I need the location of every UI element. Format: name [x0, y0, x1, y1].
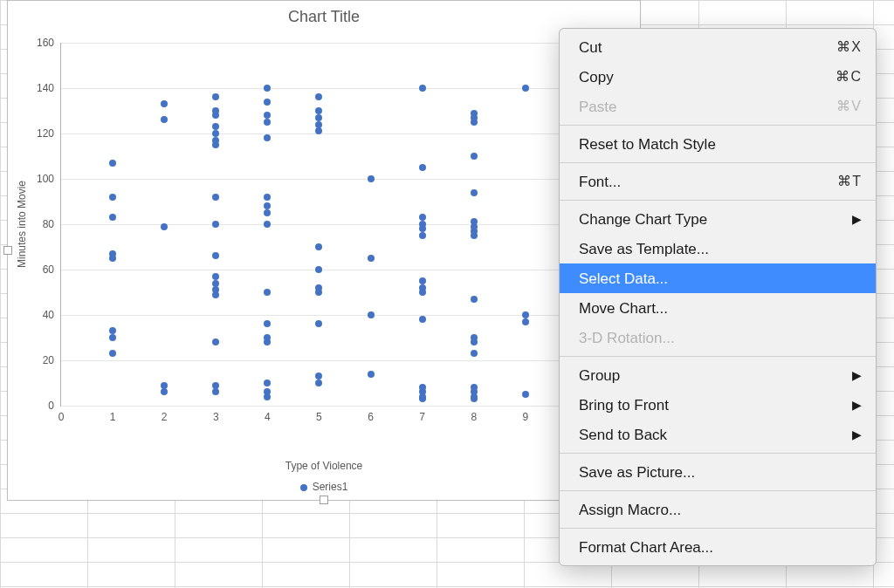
chart-title[interactable]: Chart Title	[8, 1, 640, 26]
chart-area[interactable]: Chart Title 0204060801001201401600123456…	[7, 0, 641, 501]
plot-area[interactable]: 02040608010012014016001234567891011	[60, 43, 628, 406]
data-point[interactable]	[471, 110, 478, 117]
menu-item-font[interactable]: Font...⌘T	[560, 167, 876, 196]
data-point[interactable]	[315, 373, 322, 379]
data-point[interactable]	[264, 221, 271, 228]
menu-item-save-as-picture[interactable]: Save as Picture...	[560, 457, 876, 487]
data-point[interactable]	[368, 175, 375, 182]
menu-item-label: Save as Template...	[579, 242, 709, 256]
data-point[interactable]	[368, 371, 375, 378]
data-point[interactable]	[109, 250, 116, 257]
data-point[interactable]	[368, 255, 375, 262]
data-point[interactable]	[315, 320, 322, 327]
menu-item-save-as-template[interactable]: Save as Template...	[560, 234, 876, 263]
data-point[interactable]	[109, 214, 116, 221]
menu-item-assign-macro[interactable]: Assign Macro...	[560, 495, 876, 524]
x-tick-label: 0	[58, 406, 65, 423]
menu-item-label: Move Chart...	[579, 301, 668, 316]
data-point[interactable]	[212, 388, 219, 395]
menu-item-copy[interactable]: Copy⌘C	[560, 62, 876, 92]
data-point[interactable]	[212, 252, 219, 259]
data-point[interactable]	[264, 209, 271, 216]
data-point[interactable]	[419, 316, 426, 323]
data-point[interactable]	[264, 194, 271, 201]
data-point[interactable]	[368, 311, 375, 318]
menu-item-format-chart-area[interactable]: Format Chart Area...	[560, 532, 876, 562]
submenu-arrow-icon: ▶	[852, 428, 862, 441]
data-point[interactable]	[161, 116, 168, 123]
menu-item-move-chart[interactable]: Move Chart...	[560, 293, 876, 323]
data-point[interactable]	[212, 194, 219, 201]
data-point[interactable]	[109, 160, 116, 167]
data-point[interactable]	[109, 194, 116, 201]
data-point[interactable]	[419, 85, 426, 92]
data-point[interactable]	[471, 384, 478, 391]
menu-item-label: Assign Macro...	[579, 503, 681, 517]
menu-item-reset-to-match-style[interactable]: Reset to Match Style	[560, 129, 876, 159]
data-point[interactable]	[264, 85, 271, 92]
data-point[interactable]	[522, 318, 529, 325]
data-point[interactable]	[264, 202, 271, 209]
data-point[interactable]	[212, 221, 219, 228]
data-point[interactable]	[522, 391, 529, 398]
data-point[interactable]	[109, 334, 116, 341]
x-axis-label[interactable]: Type of Violence	[8, 460, 640, 472]
data-point[interactable]	[315, 93, 322, 100]
data-point[interactable]	[315, 379, 322, 386]
data-point[interactable]	[212, 382, 219, 389]
data-point[interactable]	[522, 85, 529, 92]
menu-item-paste: Paste⌘V	[560, 92, 876, 121]
menu-item-change-chart-type[interactable]: Change Chart Type▶	[560, 204, 876, 234]
data-point[interactable]	[419, 277, 426, 284]
data-point[interactable]	[264, 99, 271, 106]
menu-item-label: 3-D Rotation...	[579, 331, 675, 345]
menu-item-group[interactable]: Group▶	[560, 360, 876, 390]
data-point[interactable]	[419, 214, 426, 221]
data-point[interactable]	[264, 320, 271, 327]
data-point[interactable]	[264, 379, 271, 386]
data-point[interactable]	[471, 296, 478, 303]
menu-item-select-data[interactable]: Select Data...	[560, 263, 876, 293]
data-point[interactable]	[212, 130, 219, 137]
data-point[interactable]	[315, 243, 322, 250]
data-point[interactable]	[471, 350, 478, 357]
data-point[interactable]	[419, 164, 426, 171]
data-point[interactable]	[419, 232, 426, 239]
data-point[interactable]	[212, 123, 219, 130]
menu-item-bring-to-front[interactable]: Bring to Front▶	[560, 390, 876, 420]
data-point[interactable]	[315, 114, 322, 121]
data-point[interactable]	[161, 223, 168, 230]
menu-separator	[560, 125, 876, 126]
menu-item-cut[interactable]: Cut⌘X	[560, 32, 876, 62]
data-point[interactable]	[264, 289, 271, 296]
data-point[interactable]	[419, 384, 426, 391]
data-point[interactable]	[161, 382, 168, 389]
menu-item-label: Copy	[579, 70, 614, 85]
data-point[interactable]	[264, 112, 271, 119]
data-point[interactable]	[264, 119, 271, 126]
data-point[interactable]	[212, 338, 219, 345]
data-point[interactable]	[212, 93, 219, 100]
data-point[interactable]	[212, 273, 219, 280]
data-point[interactable]	[471, 189, 478, 196]
data-point[interactable]	[471, 153, 478, 160]
data-point[interactable]	[212, 280, 219, 287]
data-point[interactable]	[264, 134, 271, 141]
menu-separator	[560, 200, 876, 201]
data-point[interactable]	[109, 327, 116, 334]
data-point[interactable]	[315, 121, 322, 128]
menu-item-send-to-back[interactable]: Send to Back▶	[560, 420, 876, 449]
menu-item-label: Format Chart Area...	[579, 540, 713, 555]
data-point[interactable]	[315, 266, 322, 273]
data-point[interactable]	[419, 221, 426, 228]
data-point[interactable]	[161, 100, 168, 107]
data-point[interactable]	[419, 284, 426, 291]
y-axis-label[interactable]: Minutes into Movie	[16, 181, 28, 268]
data-point[interactable]	[471, 334, 478, 341]
data-point[interactable]	[161, 388, 168, 395]
data-point[interactable]	[522, 311, 529, 318]
data-point[interactable]	[315, 107, 322, 114]
chart-legend[interactable]: Series1	[8, 481, 640, 493]
context-menu[interactable]: Cut⌘XCopy⌘CPaste⌘VReset to Match StyleFo…	[559, 28, 877, 566]
data-point[interactable]	[109, 350, 116, 357]
